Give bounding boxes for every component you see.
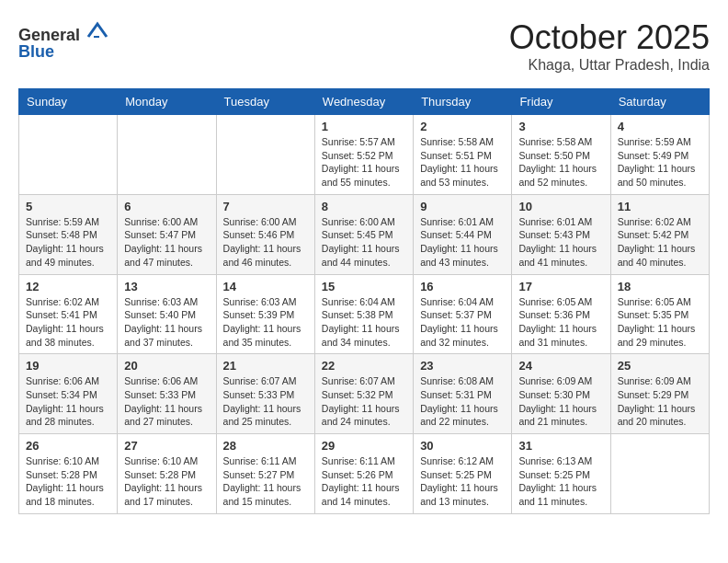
- cell-content: Sunrise: 6:07 AMSunset: 5:33 PMDaylight:…: [223, 374, 308, 429]
- day-number: 18: [618, 280, 702, 293]
- calendar-cell: 22Sunrise: 6:07 AMSunset: 5:32 PMDayligh…: [314, 354, 413, 434]
- cell-content: Sunrise: 5:58 AMSunset: 5:51 PMDaylight:…: [420, 135, 505, 190]
- calendar-week-2: 5Sunrise: 5:59 AMSunset: 5:48 PMDaylight…: [19, 194, 710, 274]
- cell-content: Sunrise: 6:06 AMSunset: 5:33 PMDaylight:…: [124, 374, 209, 429]
- calendar-cell: 28Sunrise: 6:11 AMSunset: 5:27 PMDayligh…: [216, 434, 314, 514]
- calendar-cell: 29Sunrise: 6:11 AMSunset: 5:26 PMDayligh…: [314, 434, 413, 514]
- title-block: October 2025 Khaga, Uttar Pradesh, India: [509, 18, 710, 74]
- day-number: 26: [26, 439, 110, 453]
- cell-content: Sunrise: 6:03 AMSunset: 5:40 PMDaylight:…: [124, 295, 209, 350]
- day-number: 16: [420, 280, 505, 293]
- cell-content: Sunrise: 6:03 AMSunset: 5:39 PMDaylight:…: [223, 295, 308, 350]
- calendar-cell: 9Sunrise: 6:01 AMSunset: 5:44 PMDaylight…: [414, 194, 512, 274]
- day-number: 31: [518, 439, 603, 453]
- calendar-cell: 27Sunrise: 6:10 AMSunset: 5:28 PMDayligh…: [118, 434, 216, 514]
- day-number: 7: [223, 200, 308, 213]
- calendar-table: SundayMondayTuesdayWednesdayThursdayFrid…: [18, 88, 710, 514]
- day-number: 30: [420, 439, 505, 453]
- cell-content: Sunrise: 6:01 AMSunset: 5:44 PMDaylight:…: [420, 215, 505, 270]
- calendar-cell: 6Sunrise: 6:00 AMSunset: 5:47 PMDaylight…: [118, 194, 216, 274]
- calendar-cell: 30Sunrise: 6:12 AMSunset: 5:25 PMDayligh…: [414, 434, 512, 514]
- day-header-monday: Monday: [118, 89, 216, 115]
- cell-content: Sunrise: 6:11 AMSunset: 5:26 PMDaylight:…: [322, 454, 406, 509]
- calendar-cell: 4Sunrise: 5:59 AMSunset: 5:49 PMDaylight…: [610, 115, 709, 195]
- day-number: 20: [124, 359, 209, 373]
- cell-content: Sunrise: 6:08 AMSunset: 5:31 PMDaylight:…: [420, 374, 505, 429]
- day-number: 15: [322, 280, 406, 293]
- calendar-cell: [610, 434, 709, 514]
- cell-content: Sunrise: 6:00 AMSunset: 5:46 PMDaylight:…: [223, 215, 308, 270]
- calendar-cell: 13Sunrise: 6:03 AMSunset: 5:40 PMDayligh…: [118, 274, 216, 354]
- calendar-cell: 2Sunrise: 5:58 AMSunset: 5:51 PMDaylight…: [414, 115, 512, 195]
- day-number: 8: [322, 200, 406, 213]
- cell-content: Sunrise: 6:02 AMSunset: 5:41 PMDaylight:…: [26, 295, 110, 350]
- calendar-cell: 31Sunrise: 6:13 AMSunset: 5:25 PMDayligh…: [512, 434, 610, 514]
- cell-content: Sunrise: 6:06 AMSunset: 5:34 PMDaylight:…: [26, 374, 110, 429]
- cell-content: Sunrise: 6:10 AMSunset: 5:28 PMDaylight:…: [124, 454, 209, 509]
- day-number: 12: [26, 280, 110, 293]
- day-number: 29: [322, 439, 406, 453]
- calendar-cell: 18Sunrise: 6:05 AMSunset: 5:35 PMDayligh…: [610, 274, 709, 354]
- day-number: 23: [420, 359, 505, 373]
- calendar-week-4: 19Sunrise: 6:06 AMSunset: 5:34 PMDayligh…: [19, 354, 710, 434]
- day-number: 14: [223, 280, 308, 293]
- calendar-cell: 10Sunrise: 6:01 AMSunset: 5:43 PMDayligh…: [512, 194, 610, 274]
- day-number: 21: [223, 359, 308, 373]
- cell-content: Sunrise: 6:07 AMSunset: 5:32 PMDaylight:…: [322, 374, 406, 429]
- day-number: 2: [420, 120, 505, 133]
- day-number: 4: [618, 120, 702, 133]
- cell-content: Sunrise: 6:12 AMSunset: 5:25 PMDaylight:…: [420, 454, 505, 509]
- cell-content: Sunrise: 6:00 AMSunset: 5:47 PMDaylight:…: [124, 215, 209, 270]
- calendar-week-3: 12Sunrise: 6:02 AMSunset: 5:41 PMDayligh…: [19, 274, 710, 354]
- day-number: 22: [322, 359, 406, 373]
- day-number: 9: [420, 200, 505, 213]
- calendar-cell: [216, 115, 314, 195]
- calendar-cell: 21Sunrise: 6:07 AMSunset: 5:33 PMDayligh…: [216, 354, 314, 434]
- calendar-cell: 19Sunrise: 6:06 AMSunset: 5:34 PMDayligh…: [19, 354, 118, 434]
- day-header-saturday: Saturday: [610, 89, 709, 115]
- cell-content: Sunrise: 6:09 AMSunset: 5:29 PMDaylight:…: [618, 374, 702, 429]
- calendar-cell: 14Sunrise: 6:03 AMSunset: 5:39 PMDayligh…: [216, 274, 314, 354]
- calendar-cell: [19, 115, 118, 195]
- day-number: 24: [518, 359, 603, 373]
- cell-content: Sunrise: 5:59 AMSunset: 5:48 PMDaylight:…: [26, 215, 110, 270]
- location: Khaga, Uttar Pradesh, India: [509, 57, 710, 74]
- cell-content: Sunrise: 6:02 AMSunset: 5:42 PMDaylight:…: [618, 215, 702, 270]
- calendar-cell: 3Sunrise: 5:58 AMSunset: 5:50 PMDaylight…: [512, 115, 610, 195]
- cell-content: Sunrise: 6:10 AMSunset: 5:28 PMDaylight:…: [26, 454, 110, 509]
- day-number: 19: [26, 359, 110, 373]
- cell-content: Sunrise: 5:59 AMSunset: 5:49 PMDaylight:…: [618, 135, 702, 190]
- day-number: 25: [618, 359, 702, 373]
- calendar-cell: 11Sunrise: 6:02 AMSunset: 5:42 PMDayligh…: [610, 194, 709, 274]
- day-number: 3: [518, 120, 603, 133]
- logo-icon: [86, 18, 108, 40]
- cell-content: Sunrise: 5:58 AMSunset: 5:50 PMDaylight:…: [518, 135, 603, 190]
- calendar-cell: [118, 115, 216, 195]
- calendar-week-1: 1Sunrise: 5:57 AMSunset: 5:52 PMDaylight…: [19, 115, 710, 195]
- day-number: 10: [518, 200, 603, 213]
- month-title: October 2025: [509, 18, 710, 57]
- day-header-thursday: Thursday: [414, 89, 512, 115]
- calendar-cell: 7Sunrise: 6:00 AMSunset: 5:46 PMDaylight…: [216, 194, 314, 274]
- calendar-cell: 8Sunrise: 6:00 AMSunset: 5:45 PMDaylight…: [314, 194, 413, 274]
- calendar-header-row: SundayMondayTuesdayWednesdayThursdayFrid…: [19, 89, 710, 115]
- cell-content: Sunrise: 5:57 AMSunset: 5:52 PMDaylight:…: [322, 135, 406, 190]
- calendar-cell: 15Sunrise: 6:04 AMSunset: 5:38 PMDayligh…: [314, 274, 413, 354]
- calendar-cell: 16Sunrise: 6:04 AMSunset: 5:37 PMDayligh…: [414, 274, 512, 354]
- cell-content: Sunrise: 6:05 AMSunset: 5:36 PMDaylight:…: [518, 295, 603, 350]
- cell-content: Sunrise: 6:11 AMSunset: 5:27 PMDaylight:…: [223, 454, 308, 509]
- calendar-cell: 23Sunrise: 6:08 AMSunset: 5:31 PMDayligh…: [414, 354, 512, 434]
- calendar-cell: 5Sunrise: 5:59 AMSunset: 5:48 PMDaylight…: [19, 194, 118, 274]
- day-header-wednesday: Wednesday: [314, 89, 413, 115]
- calendar-week-5: 26Sunrise: 6:10 AMSunset: 5:28 PMDayligh…: [19, 434, 710, 514]
- cell-content: Sunrise: 6:01 AMSunset: 5:43 PMDaylight:…: [518, 215, 603, 270]
- day-header-sunday: Sunday: [19, 89, 118, 115]
- day-number: 5: [26, 200, 110, 213]
- cell-content: Sunrise: 6:04 AMSunset: 5:37 PMDaylight:…: [420, 295, 505, 350]
- calendar-cell: 17Sunrise: 6:05 AMSunset: 5:36 PMDayligh…: [512, 274, 610, 354]
- calendar-cell: 24Sunrise: 6:09 AMSunset: 5:30 PMDayligh…: [512, 354, 610, 434]
- cell-content: Sunrise: 6:00 AMSunset: 5:45 PMDaylight:…: [322, 215, 406, 270]
- day-number: 27: [124, 439, 209, 453]
- page-header: General Blue October 2025 Khaga, Uttar P…: [18, 18, 710, 74]
- day-number: 11: [618, 200, 702, 213]
